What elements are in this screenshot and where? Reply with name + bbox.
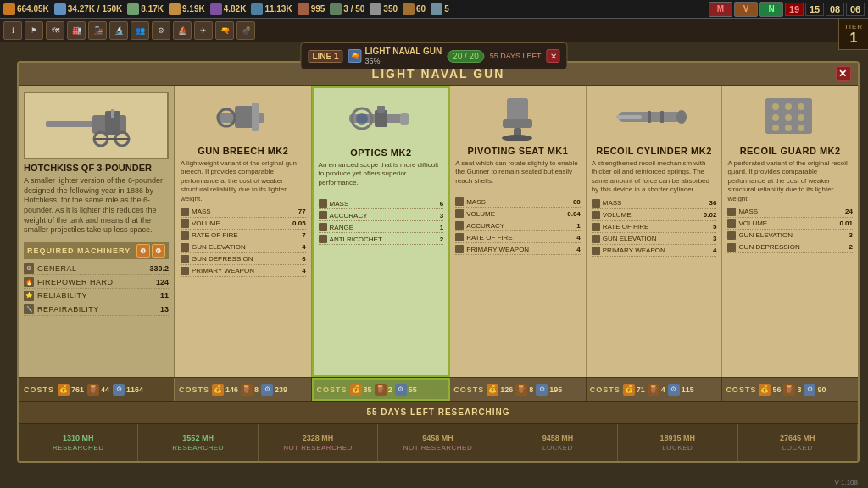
general-label: General <box>37 264 136 273</box>
cost3-iron-icon: ⚙ <box>668 384 680 396</box>
speed-btn-1[interactable]: M <box>709 2 732 17</box>
card-gun-breech[interactable]: GUN BREECH MK2 A lightweight variant of … <box>175 86 312 377</box>
speed-btn-3[interactable]: N <box>760 2 783 17</box>
volume-icon <box>181 219 189 228</box>
volume-label: Volume <box>192 219 287 227</box>
item-image <box>24 92 169 159</box>
gunelev-val: 4 <box>289 243 306 251</box>
toolbar-factory[interactable]: 🏭 <box>67 21 86 40</box>
cyl-gunelev-label: Gun Elevation <box>603 235 698 242</box>
ri6-mh: 27645 MH <box>780 434 815 442</box>
left-iron-val: 1164 <box>126 385 143 394</box>
cost0-iron: ⚙ 239 <box>261 384 287 396</box>
gun-name-label: LIGHT NAVAL GUN <box>365 47 442 56</box>
card-optics[interactable]: OPTICS MK2 An enhanced scope that is mor… <box>312 86 451 377</box>
optics-stat-mass: Mass 6 <box>319 198 444 209</box>
ri5-status: LOCKED <box>662 444 693 452</box>
toolbar-tank[interactable]: 🚂 <box>88 21 107 40</box>
seat-stat-mass: Mass 60 <box>455 197 581 208</box>
cyl-vol-val: 0.02 <box>699 211 716 219</box>
resource-coins: 664.05K <box>3 3 49 15</box>
optics-range-icon <box>319 223 327 231</box>
gunelev-label: Gun Elevation <box>192 243 287 251</box>
breech-svg <box>209 96 277 138</box>
card-cylinder[interactable]: RECOIL CYLINDER MK2 A strengthened recoi… <box>587 86 723 377</box>
optics-stat-range: Range 1 <box>319 222 444 233</box>
toolbar-flag[interactable]: ⚑ <box>25 21 43 40</box>
guard-mass-val: 24 <box>836 208 853 215</box>
cost4-wood-val: 3 <box>797 385 801 394</box>
cost0-wood-val: 8 <box>254 385 259 394</box>
toolbar-research[interactable]: 🔬 <box>109 21 128 40</box>
toolbar-info[interactable]: ℹ <box>3 21 22 40</box>
svg-point-13 <box>356 113 368 125</box>
cost2-iron-icon: ⚙ <box>536 384 548 396</box>
firepower-label: Firepower Hard <box>37 278 136 286</box>
time-day: 08 <box>826 3 844 16</box>
cost0-iron-val: 239 <box>275 385 287 394</box>
svg-point-32 <box>798 114 804 121</box>
speed-btn-2[interactable]: V <box>734 2 758 17</box>
r4-icon <box>251 3 263 15</box>
left-wood-val: 44 <box>101 385 109 394</box>
card-title-guard: RECOIL GUARD MK2 <box>727 146 853 156</box>
guard-vol-icon <box>727 219 736 228</box>
svg-rect-18 <box>503 119 532 128</box>
cyl-stat-mass: Mass 36 <box>592 198 717 209</box>
optics-mass-val: 6 <box>426 200 443 208</box>
research-item-3: 9458 MH NOT RESEARCHED <box>378 424 498 461</box>
top-bar: 664.05K 34.27K / 150K 8.17K 9.19K 4.82K … <box>0 0 868 19</box>
cyl-rof-label: Rate of Fire <box>603 223 698 230</box>
guard-gunelev-icon <box>727 231 736 240</box>
mach-icon-1: ⚙ <box>136 244 150 258</box>
svg-point-35 <box>798 125 804 131</box>
firepower-value: 124 <box>139 278 169 286</box>
toolbar-ammo[interactable]: 💣 <box>236 21 255 40</box>
seat-vol-val: 0.04 <box>564 210 581 218</box>
seat-rof-val: 4 <box>564 234 581 241</box>
toolbar-plane[interactable]: ✈ <box>194 21 213 40</box>
prim-val: 4 <box>289 267 306 274</box>
guard-gunelev-label: Gun Elevation <box>738 231 833 239</box>
cyl-gunelev-icon <box>592 235 600 243</box>
guard-gundep-icon <box>727 243 736 252</box>
toolbar-rifle[interactable]: 🔫 <box>215 21 234 40</box>
guard-mass-icon <box>727 208 736 216</box>
modal-close-button[interactable]: ✕ <box>836 66 851 81</box>
stat-repairability: 🔧 Repairability 13 <box>24 303 169 316</box>
r1-value: 8.17K <box>141 4 164 14</box>
cost0-wood: 🪵 8 <box>241 384 259 396</box>
r3-value: 4.82K <box>224 4 247 14</box>
cost1-gold: 💰 35 <box>350 384 372 396</box>
seat-stat-rof: Rate of Fire 4 <box>455 232 581 243</box>
cost1-wood-icon: 🪵 <box>375 384 387 396</box>
optics-mass-icon <box>319 199 327 208</box>
ri5-mh: 18915 MH <box>660 434 696 442</box>
card-desc-optics: An enhanced scope that is more difficult… <box>319 161 444 195</box>
resource-r4: 11.13K <box>251 3 292 15</box>
reliability-icon: ⭐ <box>24 291 34 301</box>
toolbar-settings[interactable]: ⚙ <box>152 21 170 40</box>
left-gold-icon: 💰 <box>58 384 70 396</box>
line-indicator: LINE 1 🔫 LIGHT NAVAL GUN 35% 20 / 20 55 … <box>300 42 567 69</box>
toolbar: ℹ ⚑ 🗺 🏭 🚂 🔬 👥 ⚙ ⛵ ✈ 🔫 💣 <box>0 19 868 42</box>
cost1-iron-icon: ⚙ <box>395 384 407 396</box>
cyl-stat-gunelev: Gun Elevation 3 <box>592 234 717 245</box>
card-guard[interactable]: RECOIL GUARD MK2 A perforated variant of… <box>722 86 858 377</box>
cyl-prim-val: 4 <box>699 247 716 254</box>
close-line-btn[interactable]: ✕ <box>547 49 560 63</box>
research-item-2: 2328 MH NOT RESEARCHED <box>259 424 378 461</box>
card-desc-guard: A perforated variant of the original rec… <box>727 159 853 203</box>
ri2-mh: 2328 MH <box>303 434 334 442</box>
cost3-gold-icon: 💰 <box>623 384 635 396</box>
toolbar-people[interactable]: 👥 <box>131 21 149 40</box>
card-seat[interactable]: PIVOTING SEAT MK1 A seat which can rotat… <box>450 86 587 377</box>
research-item-6: 27645 MH LOCKED <box>738 424 858 461</box>
toolbar-ship[interactable]: ⛵ <box>173 21 192 40</box>
toolbar-map[interactable]: 🗺 <box>46 21 64 40</box>
svg-point-28 <box>785 103 792 110</box>
r6-value: 3 / 50 <box>343 4 364 14</box>
percent-label: 35% <box>365 57 442 65</box>
card-costs-4: COSTS 💰 56 🪵 3 ⚙ 90 <box>722 378 858 401</box>
cost2-gold-icon: 💰 <box>487 384 498 396</box>
